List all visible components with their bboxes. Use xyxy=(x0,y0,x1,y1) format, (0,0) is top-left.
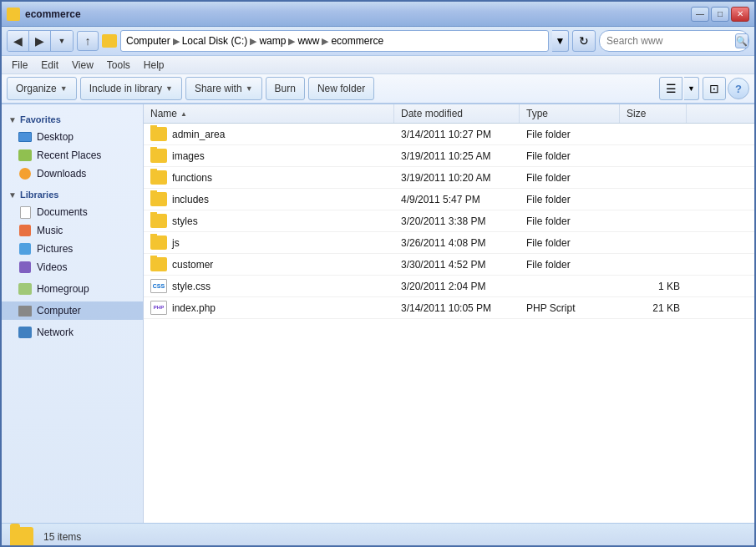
new-folder-button[interactable]: New folder xyxy=(308,77,374,100)
dropdown-nav-button[interactable]: ▼ xyxy=(51,31,73,51)
table-row[interactable]: CSS style.css 3/20/2011 2:04 PM 1 KB xyxy=(144,276,754,297)
sidebar-item-music[interactable]: Music xyxy=(2,221,143,240)
col-header-type[interactable]: Type xyxy=(520,104,620,123)
sidebar-section-computer: Computer xyxy=(2,301,143,320)
menu-help[interactable]: Help xyxy=(137,58,171,73)
sidebar-item-recent[interactable]: Recent Places xyxy=(2,146,143,165)
sidebar-music-label: Music xyxy=(37,225,63,236)
folder-icon xyxy=(150,127,167,141)
menu-tools[interactable]: Tools xyxy=(100,58,137,73)
sidebar-item-videos[interactable]: Videos xyxy=(2,258,143,276)
sidebar-item-pictures[interactable]: Pictures xyxy=(2,240,143,258)
organize-arrow: ▼ xyxy=(60,84,68,93)
file-name: index.php xyxy=(172,302,216,314)
table-row[interactable]: includes 4/9/2011 5:47 PM File folder xyxy=(144,189,754,210)
file-name-cell: PHP index.php xyxy=(144,299,394,317)
title-bar-left: ecommerce xyxy=(7,8,81,21)
include-library-button[interactable]: Include in library ▼ xyxy=(80,77,182,100)
up-button[interactable]: ↑ xyxy=(77,31,99,51)
help-button[interactable]: ? xyxy=(728,78,749,99)
file-size-cell: 21 KB xyxy=(620,301,687,316)
sidebar-desktop-label: Desktop xyxy=(37,131,74,143)
maximize-button[interactable]: □ xyxy=(711,7,729,22)
path-ecommerce[interactable]: ecommerce xyxy=(331,35,383,47)
sidebar-section-homegroup: Homegroup xyxy=(2,280,143,298)
organize-button[interactable]: Organize ▼ xyxy=(7,77,77,100)
minimize-button[interactable]: — xyxy=(691,7,709,22)
sidebar-libraries-header[interactable]: ▼ Libraries xyxy=(2,186,143,203)
table-row[interactable]: admin_area 3/14/2011 10:27 PM File folde… xyxy=(144,124,754,145)
menu-file[interactable]: File xyxy=(5,58,34,73)
file-size-cell xyxy=(620,263,687,266)
file-date-cell: 3/19/2011 10:25 AM xyxy=(394,149,520,164)
table-row[interactable]: PHP index.php 3/14/2011 10:05 PM PHP Scr… xyxy=(144,297,754,319)
burn-label: Burn xyxy=(275,83,296,94)
sidebar-item-downloads[interactable]: Downloads xyxy=(2,165,143,183)
title-bar: ecommerce — □ ✕ xyxy=(2,2,754,27)
file-type-cell: File folder xyxy=(520,149,620,164)
view-dropdown-button[interactable]: ▼ xyxy=(684,77,699,100)
path-computer[interactable]: Computer xyxy=(126,35,170,47)
table-row[interactable]: customer 3/30/2011 4:52 PM File folder xyxy=(144,254,754,276)
sidebar-item-network[interactable]: Network xyxy=(2,323,143,342)
sidebar-downloads-label: Downloads xyxy=(37,168,86,180)
path-wamp[interactable]: wamp xyxy=(259,35,286,47)
file-type-cell: PHP Script xyxy=(520,301,620,316)
search-input[interactable] xyxy=(606,35,732,47)
folder-icon xyxy=(150,214,167,228)
col-header-size[interactable]: Size xyxy=(620,104,687,123)
file-date-cell: 3/14/2011 10:05 PM xyxy=(394,301,520,316)
menu-view[interactable]: View xyxy=(65,58,100,73)
share-with-button[interactable]: Share with ▼ xyxy=(185,77,262,100)
file-date-cell: 3/30/2011 4:52 PM xyxy=(394,257,520,272)
file-name-cell: functions xyxy=(144,169,394,186)
include-library-label: Include in library xyxy=(89,83,162,94)
close-button[interactable]: ✕ xyxy=(731,7,749,22)
forward-button[interactable]: ▶ xyxy=(29,31,51,51)
sort-arrow xyxy=(180,109,187,118)
file-name: admin_area xyxy=(172,129,225,140)
file-size-cell xyxy=(620,241,687,245)
file-type-cell: File folder xyxy=(520,127,620,142)
file-name-cell: admin_area xyxy=(144,125,394,143)
sidebar-item-desktop[interactable]: Desktop xyxy=(2,128,143,146)
sidebar-item-homegroup[interactable]: Homegroup xyxy=(2,280,143,298)
address-dropdown-button[interactable]: ▼ xyxy=(552,30,569,52)
table-row[interactable]: functions 3/19/2011 10:20 AM File folder xyxy=(144,167,754,189)
file-name: includes xyxy=(172,194,209,205)
file-size-cell xyxy=(620,176,687,180)
preview-button[interactable]: ⊡ xyxy=(703,77,726,100)
file-name: styles xyxy=(172,215,198,227)
table-row[interactable]: styles 3/20/2011 3:38 PM File folder xyxy=(144,210,754,232)
view-icon-button[interactable]: ☰ xyxy=(659,77,682,100)
sidebar-item-documents[interactable]: Documents xyxy=(2,203,143,221)
sidebar-homegroup-label: Homegroup xyxy=(37,283,89,295)
computer-icon xyxy=(18,304,32,317)
menu-edit[interactable]: Edit xyxy=(34,58,65,73)
search-button[interactable]: 🔍 xyxy=(735,33,748,48)
sidebar-item-computer[interactable]: Computer xyxy=(2,301,143,320)
burn-button[interactable]: Burn xyxy=(266,77,305,100)
col-header-name[interactable]: Name xyxy=(144,104,394,123)
sidebar-recent-label: Recent Places xyxy=(37,149,101,161)
downloads-icon xyxy=(18,167,32,180)
network-icon xyxy=(18,326,32,339)
file-type-cell: File folder xyxy=(520,257,620,272)
path-www[interactable]: www xyxy=(297,35,319,47)
address-path[interactable]: Computer ▶ Local Disk (C:) ▶ wamp ▶ www … xyxy=(120,30,549,52)
back-button[interactable]: ◀ xyxy=(8,31,29,51)
folder-icon xyxy=(150,257,167,271)
table-row[interactable]: images 3/19/2011 10:25 AM File folder xyxy=(144,145,754,167)
file-date-cell: 3/20/2011 3:38 PM xyxy=(394,214,520,229)
path-icon xyxy=(102,34,117,48)
table-row[interactable]: js 3/26/2011 4:08 PM File folder xyxy=(144,232,754,254)
view-controls: ☰ ▼ ⊡ ? xyxy=(659,77,749,100)
libraries-label: Libraries xyxy=(20,190,58,200)
sidebar-computer-label: Computer xyxy=(37,305,81,317)
path-localdisk[interactable]: Local Disk (C:) xyxy=(182,35,248,47)
col-name-label: Name xyxy=(150,108,177,119)
sidebar-favorites-header[interactable]: ▼ Favorites xyxy=(2,111,143,128)
col-header-date[interactable]: Date modified xyxy=(394,104,520,123)
refresh-button[interactable]: ↻ xyxy=(572,30,596,52)
file-type-cell: File folder xyxy=(520,214,620,229)
